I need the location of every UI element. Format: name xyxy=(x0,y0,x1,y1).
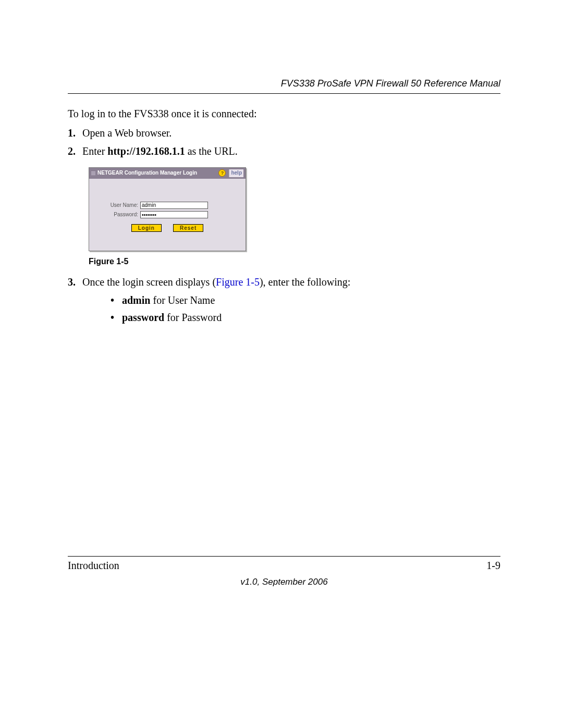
bullet-password-rest: for Password xyxy=(164,312,222,323)
step-3-number: 3. xyxy=(68,275,76,290)
footer-version: v1.0, September 2006 xyxy=(68,577,500,587)
step-3-post: ), enter the following: xyxy=(260,276,350,288)
footer-page-number: 1-9 xyxy=(486,560,500,572)
step-list-continued: 3. Once the login screen displays (Figur… xyxy=(68,275,500,290)
screenshot-titlebar: NETGEAR Configuration Manager Login ? he… xyxy=(89,168,246,179)
step-1: 1. Open a Web browser. xyxy=(68,126,500,141)
login-screenshot: NETGEAR Configuration Manager Login ? he… xyxy=(89,167,246,251)
username-row: User Name: xyxy=(94,202,240,209)
step-2-url: http://192.168.1.1 xyxy=(107,145,185,157)
step-3-pre: Once the login screen displays ( xyxy=(82,276,216,288)
button-row: Login Reset xyxy=(94,224,240,232)
screenshot-body: User Name: Password: Login Reset xyxy=(89,179,246,251)
document-page: FVS338 ProSafe VPN Firewall 50 Reference… xyxy=(0,0,563,728)
reset-button[interactable]: Reset xyxy=(173,224,203,232)
body-content: To log in to the FVS338 once it is conne… xyxy=(68,106,500,325)
step-2-post: as the URL. xyxy=(185,145,238,157)
bullet-username: admin for User Name xyxy=(111,293,500,308)
footer-rule xyxy=(68,556,500,557)
step-2-pre: Enter xyxy=(82,145,107,157)
figure-crossref[interactable]: Figure 1-5 xyxy=(216,276,260,288)
login-button[interactable]: Login xyxy=(131,224,162,232)
step-1-number: 1. xyxy=(68,126,76,141)
bullet-password: password for Password xyxy=(111,310,500,325)
password-row: Password: xyxy=(94,211,240,219)
password-input[interactable] xyxy=(140,211,208,218)
footer-section: Introduction xyxy=(68,560,119,572)
username-input[interactable] xyxy=(140,202,208,209)
screenshot-title: NETGEAR Configuration Manager Login xyxy=(97,169,197,177)
figure-1-5: NETGEAR Configuration Manager Login ? he… xyxy=(89,167,500,251)
step-2: 2. Enter http://192.168.1.1 as the URL. xyxy=(68,144,500,159)
help-link[interactable]: help xyxy=(229,169,243,177)
footer-line: Introduction 1-9 xyxy=(68,560,500,572)
step-3: 3. Once the login screen displays (Figur… xyxy=(68,275,500,290)
credentials-list: admin for User Name password for Passwor… xyxy=(111,293,500,325)
step-list: 1. Open a Web browser. 2. Enter http://1… xyxy=(68,126,500,159)
step-1-text: Open a Web browser. xyxy=(82,127,172,139)
username-label: User Name: xyxy=(94,202,140,209)
bullet-username-bold: admin xyxy=(122,294,150,306)
bullet-username-rest: for User Name xyxy=(150,294,215,306)
manual-title: FVS338 ProSafe VPN Firewall 50 Reference… xyxy=(281,78,500,89)
page-header: FVS338 ProSafe VPN Firewall 50 Reference… xyxy=(68,78,500,94)
figure-caption: Figure 1-5 xyxy=(89,255,500,267)
page-footer: Introduction 1-9 v1.0, September 2006 xyxy=(68,556,500,587)
grip-icon xyxy=(91,171,95,175)
step-2-number: 2. xyxy=(68,144,76,159)
help-icon[interactable]: ? xyxy=(218,169,226,177)
bullet-password-bold: password xyxy=(122,312,164,323)
intro-paragraph: To log in to the FVS338 once it is conne… xyxy=(68,106,500,121)
password-label: Password: xyxy=(94,211,140,219)
